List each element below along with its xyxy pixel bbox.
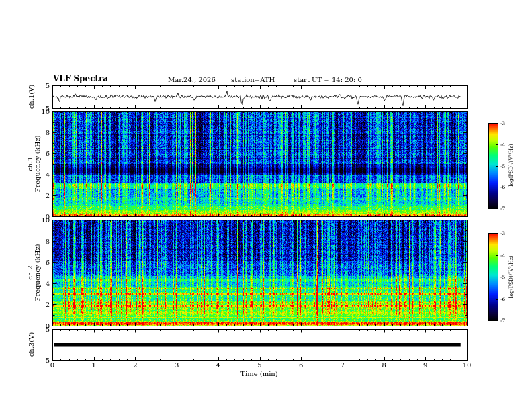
y-tick-label: 10 <box>41 108 50 116</box>
page-title: VLF Spectra <box>53 74 108 83</box>
y-tick-label: 8 <box>46 129 50 136</box>
time-axis-label: Time (min) <box>240 370 277 377</box>
x-tick-label: 10 <box>463 361 472 369</box>
ch3-voltage-axis-label: ch.3(V) <box>28 332 35 357</box>
x-tick-label: 2 <box>133 361 137 369</box>
ch1-axis-label-line1: ch.1 <box>26 135 34 192</box>
colorbar2-units-label: log(PSD)/(V²/Hz) <box>508 255 514 298</box>
y-tick-label: 4 <box>46 171 50 178</box>
x-tick-label: 0 <box>50 361 54 369</box>
y-tick-label: 5 <box>46 82 50 89</box>
x-tick-label: 3 <box>175 361 179 369</box>
y-tick-label: 6 <box>46 259 50 266</box>
ch1-frequency-axis-label: ch.1 Frequency (kHz) <box>26 135 41 192</box>
station-label: station=ATH <box>231 76 275 83</box>
y-tick-label: 4 <box>46 279 50 287</box>
y-tick-label: 6 <box>46 150 50 157</box>
ch2-axis-label-line1: ch.2 <box>26 244 34 301</box>
x-tick-label: 7 <box>341 361 345 369</box>
y-tick-label: -5 <box>43 357 50 364</box>
x-tick-label: 9 <box>423 361 427 369</box>
ch1-voltage-axis-label: ch.1(V) <box>28 85 35 109</box>
y-tick-label: 2 <box>46 191 50 199</box>
x-tick-label: 6 <box>299 361 303 369</box>
y-tick-label: 8 <box>46 237 50 244</box>
ch2-frequency-axis-label: ch.2 Frequency (kHz) <box>26 244 41 301</box>
colorbar-tick-label: -6 <box>500 295 505 302</box>
colorbar-tick-label: -5 <box>500 274 505 280</box>
colorbar-tick-label: -4 <box>500 252 505 258</box>
ch2-axis-label-line2: Frequency (kHz) <box>34 244 41 301</box>
colorbar-tick-label: -6 <box>500 184 505 190</box>
date-label: Mar.24., 2026 <box>168 76 216 83</box>
ch1-axis-label-line2: Frequency (kHz) <box>34 135 41 192</box>
y-tick-label: 0 <box>46 322 50 330</box>
colorbar-tick-label: -3 <box>500 120 505 126</box>
x-tick-label: 8 <box>382 361 386 369</box>
figure-canvas <box>0 0 532 411</box>
vlf-spectra-figure: VLF Spectra Mar.24., 2026 station=ATH st… <box>0 0 532 411</box>
colorbar-tick-label: -4 <box>500 141 505 147</box>
colorbar-tick-label: -7 <box>500 318 505 324</box>
colorbar-tick-label: -3 <box>500 230 505 236</box>
x-tick-label: 4 <box>216 361 220 369</box>
start-ut-label: start UT = 14: 20: 0 <box>294 76 362 83</box>
colorbar1-units-label: log(PSD)/(V²/Hz) <box>508 144 514 187</box>
colorbar-tick-label: -7 <box>500 205 505 212</box>
y-tick-label: 10 <box>41 216 50 224</box>
colorbar-tick-label: -5 <box>500 163 505 169</box>
x-tick-label: 5 <box>257 361 261 369</box>
y-tick-label: 2 <box>46 301 50 308</box>
x-tick-label: 1 <box>92 361 96 369</box>
